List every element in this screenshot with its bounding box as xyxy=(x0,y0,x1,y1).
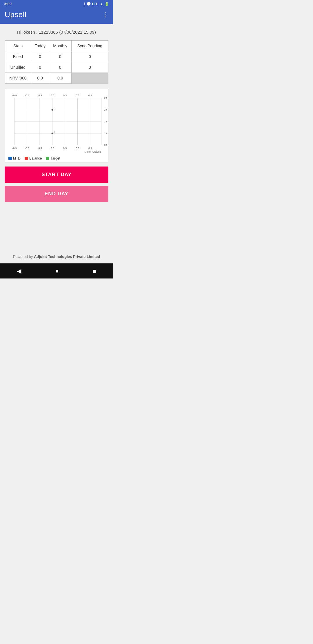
svg-text:2.0: 2.0 xyxy=(104,108,107,111)
col-today: Today xyxy=(31,41,49,51)
svg-text:1.0: 1.0 xyxy=(104,132,107,135)
legend-balance-label: Balance xyxy=(29,156,42,160)
chart-legend: MTD Balance Target xyxy=(6,155,107,161)
svg-text:0.0: 0.0 xyxy=(50,94,54,97)
legend-mtd-color xyxy=(8,157,12,160)
legend-target: Target xyxy=(46,156,60,160)
row-nrv-monthly: 0.0 xyxy=(49,73,71,84)
chart-svg: -0.9 -0.6 -0.3 0.0 0.3 0.6 0.9 -0.9 -0.6… xyxy=(6,91,107,155)
status-bar: 3:09 ℹ 🅟 LTE ▲ 🔋 xyxy=(0,0,113,7)
table-row: NRV '000 0.0 0.0 xyxy=(5,73,108,84)
svg-text:0.3: 0.3 xyxy=(63,94,67,97)
legend-target-label: Target xyxy=(50,156,60,160)
svg-text:-0.9: -0.9 xyxy=(12,94,17,97)
info-icon: ℹ xyxy=(84,2,85,6)
legend-balance-color xyxy=(25,157,28,160)
main-content: Hi lokesh , 11223366 (07/06/2021 15:09) … xyxy=(0,24,113,247)
legend-mtd: MTD xyxy=(8,156,21,160)
signal-icon: ▲ xyxy=(100,2,103,6)
footer: Powered by Adjoint Technologies Private … xyxy=(0,247,113,263)
svg-text:-0.9: -0.9 xyxy=(12,147,17,150)
row-nrv-today: 0.0 xyxy=(31,73,49,84)
svg-text:0.9: 0.9 xyxy=(88,94,92,97)
overflow-menu-icon[interactable]: ⋮ xyxy=(102,11,108,19)
row-billed-sync: 0 xyxy=(71,51,108,62)
company-name: Adjoint Technologies Private Limited xyxy=(34,254,100,259)
row-nrv-label: NRV '000 xyxy=(5,73,31,84)
recent-apps-button[interactable]: ■ xyxy=(92,268,96,274)
start-day-button[interactable]: START DAY xyxy=(5,167,108,183)
svg-text:0: 0 xyxy=(54,131,55,133)
app-title: Upsell xyxy=(5,10,26,19)
row-unbilled-today: 0 xyxy=(31,62,49,73)
svg-text:-0.3: -0.3 xyxy=(38,147,42,150)
row-unbilled-monthly: 0 xyxy=(49,62,71,73)
status-right: ℹ 🅟 LTE ▲ 🔋 xyxy=(84,2,109,6)
row-nrv-sync xyxy=(71,73,108,84)
back-button[interactable]: ◀ xyxy=(17,267,21,274)
table-header-row: Stats Today Monthly Sync Pending xyxy=(5,41,108,51)
chart-area: -0.9 -0.6 -0.3 0.0 0.3 0.6 0.9 -0.9 -0.6… xyxy=(6,91,107,155)
svg-text:0.6: 0.6 xyxy=(76,94,79,97)
status-time: 3:09 xyxy=(4,2,12,6)
col-monthly: Monthly xyxy=(49,41,71,51)
legend-balance: Balance xyxy=(25,156,42,160)
legend-mtd-label: MTD xyxy=(13,156,21,160)
svg-text:-0.3: -0.3 xyxy=(38,94,42,97)
app-bar: Upsell ⋮ xyxy=(0,7,113,24)
stats-table: Stats Today Monthly Sync Pending Billed … xyxy=(5,40,108,84)
svg-text:2.5: 2.5 xyxy=(104,97,107,100)
svg-text:-0.6: -0.6 xyxy=(25,94,29,97)
chart-container: -0.9 -0.6 -0.3 0.0 0.3 0.6 0.9 -0.9 -0.6… xyxy=(5,89,108,162)
row-unbilled-label: UnBilled xyxy=(5,62,31,73)
end-day-button[interactable]: END DAY xyxy=(5,186,108,202)
row-unbilled-sync: 0 xyxy=(71,62,108,73)
powered-by-prefix: Powered by xyxy=(13,254,34,259)
table-row: Billed 0 0 0 xyxy=(5,51,108,62)
home-button[interactable]: ● xyxy=(55,268,59,274)
row-billed-label: Billed xyxy=(5,51,31,62)
greeting-text: Hi lokesh , 11223366 (07/06/2021 15:09) xyxy=(5,30,108,35)
pirate-icon: 🅟 xyxy=(87,2,90,6)
row-billed-monthly: 0 xyxy=(49,51,71,62)
legend-target-color xyxy=(46,157,49,160)
col-sync-pending: Sync Pending xyxy=(71,41,108,51)
svg-text:-0.6: -0.6 xyxy=(25,147,29,150)
row-billed-today: 0 xyxy=(31,51,49,62)
svg-text:0: 0 xyxy=(54,107,55,110)
col-stats: Stats xyxy=(5,41,31,51)
svg-text:Month Analysis: Month Analysis xyxy=(84,151,101,153)
bottom-nav-bar: ◀ ● ■ xyxy=(0,263,113,278)
svg-point-32 xyxy=(52,109,53,111)
svg-text:0.6: 0.6 xyxy=(76,147,79,150)
svg-text:0.3: 0.3 xyxy=(63,147,67,150)
svg-text:0.0: 0.0 xyxy=(50,147,54,150)
svg-point-34 xyxy=(52,133,53,134)
battery-icon: 🔋 xyxy=(105,2,109,6)
svg-text:0.9: 0.9 xyxy=(88,147,92,150)
signal-label: LTE xyxy=(92,2,98,6)
svg-text:0.5: 0.5 xyxy=(104,144,107,146)
svg-text:1.5: 1.5 xyxy=(104,120,107,123)
table-row: UnBilled 0 0 0 xyxy=(5,62,108,73)
